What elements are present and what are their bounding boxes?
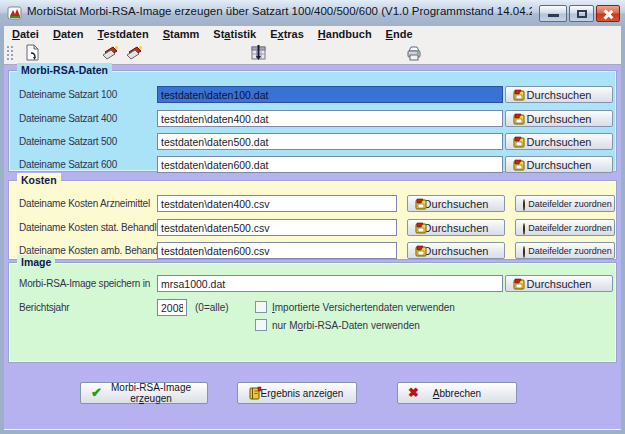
report-icon (248, 386, 262, 407)
menu-item-handbuch[interactable]: Handbuch (316, 28, 374, 40)
year-label: Berichtsjahr (19, 299, 69, 316)
group-title: Morbi-RSA-Daten (17, 63, 112, 77)
browse-icon (513, 159, 526, 173)
app-window: MorbiStat Morbi-RSA-Image erzeugen über … (0, 0, 625, 434)
group-image: Image Morbi-RSA-Image speichern in Durch… (8, 262, 617, 363)
import-table-icon[interactable] (246, 43, 270, 63)
browse-icon (513, 89, 526, 103)
browse-kosten-arznei-button[interactable]: Durchsuchen (407, 195, 505, 212)
clear-icon[interactable] (98, 43, 122, 63)
satzart-100-input[interactable] (157, 86, 503, 103)
browse-satzart-400-button[interactable]: Durchsuchen (505, 110, 613, 127)
satzart-100-label: Dateiname Satzart 100 (19, 86, 117, 103)
check-icon: ✔ (91, 383, 102, 403)
menu-item-daten[interactable]: Daten (51, 28, 86, 40)
image-save-input[interactable] (157, 275, 503, 292)
browse-satzart-500-button[interactable]: Durchsuchen (505, 133, 613, 150)
year-input[interactable] (157, 299, 187, 316)
menu-item-extras[interactable]: Extras (268, 28, 306, 40)
menu-item-testdaten[interactable]: Testdaten (96, 28, 151, 40)
browse-satzart-600-button[interactable]: Durchsuchen (505, 156, 613, 173)
browse-icon (415, 245, 428, 259)
cancel-button[interactable]: ✖ Abbrechen (397, 382, 517, 404)
window-frame: Datei Daten Testdaten Stamm Statistik Ex… (0, 26, 625, 434)
menu-item-stamm[interactable]: Stamm (161, 28, 202, 40)
show-result-button[interactable]: Ergebnis anzeigen (237, 382, 357, 404)
kosten-stat-label: Dateiname Kosten stat. Behandlung (19, 219, 173, 236)
browse-icon (513, 113, 526, 127)
browse-icon (415, 222, 428, 236)
only-morbi-data-checkbox[interactable] (255, 319, 267, 331)
title-bar: MorbiStat Morbi-RSA-Image erzeugen über … (0, 0, 625, 26)
toolbar (4, 42, 621, 65)
print-icon[interactable] (402, 43, 426, 63)
assign-fields-arznei-button[interactable]: Dateifelder zuordnen (515, 195, 615, 212)
window-controls (537, 5, 620, 22)
window-title: MorbiStat Morbi-RSA-Image erzeugen über … (27, 5, 532, 17)
satzart-600-input[interactable] (157, 156, 503, 173)
imported-data-checkbox[interactable] (255, 301, 267, 313)
minimize-icon (548, 14, 559, 17)
satzart-400-label: Dateiname Satzart 400 (19, 110, 117, 127)
kosten-stat-input[interactable] (157, 219, 397, 236)
group-title: Image (17, 255, 55, 269)
kosten-arznei-input[interactable] (157, 195, 397, 212)
imported-data-checkbox-label: Importierte Versichertendaten verwenden (272, 301, 455, 314)
browse-kosten-stat-button[interactable]: Durchsuchen (407, 219, 505, 236)
satzart-400-input[interactable] (157, 110, 503, 127)
menu-item-ende[interactable]: Ende (384, 28, 415, 40)
group-kosten: Kosten Dateiname Kosten Arzneimittel Dur… (8, 180, 617, 260)
maximize-icon (577, 10, 587, 18)
browse-kosten-amb-button[interactable]: Durchsuchen (407, 242, 505, 259)
create-image-button[interactable]: ✔ Morbi-RSA-Image erzeugen (80, 382, 208, 404)
toolbar-grip[interactable] (6, 45, 13, 62)
kosten-amb-input[interactable] (157, 242, 397, 259)
maximize-button[interactable] (569, 5, 594, 22)
assign-icon (523, 247, 525, 257)
group-title: Kosten (17, 173, 61, 187)
client-area: Morbi-RSA-Daten Dateiname Satzart 100 Du… (4, 65, 621, 429)
close-button[interactable] (596, 5, 620, 22)
cancel-x-icon: ✖ (408, 383, 419, 403)
menu-item-datei[interactable]: Datei (10, 28, 41, 40)
satzart-500-label: Dateiname Satzart 500 (19, 133, 117, 150)
browse-image-save-button[interactable]: Durchsuchen (505, 275, 613, 292)
assign-icon (523, 200, 525, 210)
assign-fields-stat-button[interactable]: Dateifelder zuordnen (515, 219, 615, 236)
image-save-label: Morbi-RSA-Image speichern in (19, 275, 150, 292)
minimize-button[interactable] (539, 5, 567, 22)
satzart-500-input[interactable] (157, 133, 503, 150)
browse-satzart-100-button[interactable]: Durchsuchen (505, 86, 613, 103)
clear-all-icon[interactable] (122, 43, 146, 63)
browse-icon (513, 136, 526, 150)
kosten-arznei-label: Dateiname Kosten Arzneimittel (19, 195, 150, 212)
app-icon (7, 5, 23, 21)
assign-icon (523, 224, 525, 234)
satzart-600-label: Dateiname Satzart 600 (19, 156, 117, 173)
menu-item-statistik[interactable]: Statistik (211, 28, 258, 40)
close-icon (597, 6, 619, 21)
browse-icon (415, 198, 428, 212)
menu-bar: Datei Daten Testdaten Stamm Statistik Ex… (4, 26, 621, 42)
new-document-icon[interactable] (20, 43, 44, 63)
group-morbi-rsa-daten: Morbi-RSA-Daten Dateiname Satzart 100 Du… (8, 70, 617, 172)
assign-fields-amb-button[interactable]: Dateifelder zuordnen (515, 242, 615, 259)
browse-icon (513, 278, 526, 292)
year-hint: (0=alle) (195, 299, 229, 316)
only-morbi-data-checkbox-label: nur Morbi-RSA-Daten verwenden (272, 319, 420, 332)
